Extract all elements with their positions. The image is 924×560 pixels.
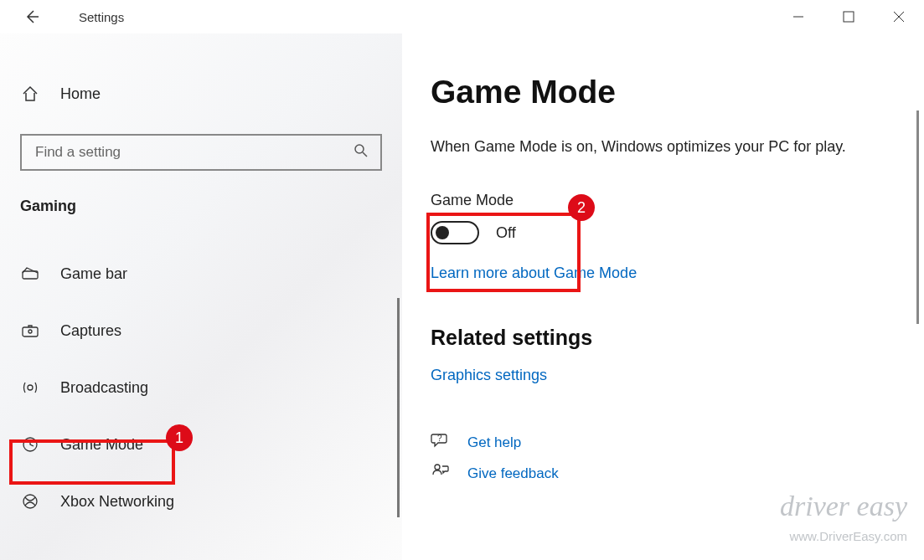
svg-point-1 <box>355 145 364 153</box>
sidebar-item-label: Game bar <box>60 265 127 283</box>
home-icon <box>20 84 40 104</box>
watermark: driver easy www.DriverEasy.com <box>780 494 907 545</box>
sidebar-item-label: Broadcasting <box>60 379 148 397</box>
sidebar-item-broadcasting[interactable]: Broadcasting <box>0 359 402 416</box>
title-bar: Settings <box>0 0 924 33</box>
svg-point-5 <box>28 385 33 390</box>
search-input[interactable] <box>34 143 354 162</box>
captures-icon <box>20 321 40 341</box>
setting-label: Game Mode <box>431 192 896 209</box>
sidebar-home-label: Home <box>60 85 101 103</box>
content-area: Game Mode When Game Mode is on, Windows … <box>402 33 924 560</box>
sidebar-category: Gaming <box>20 198 402 215</box>
sidebar-item-captures[interactable]: Captures <box>0 302 402 359</box>
maximize-button[interactable] <box>823 0 874 33</box>
annotation-badge-2: 2 <box>568 194 595 221</box>
annotation-box-1 <box>9 439 175 485</box>
svg-rect-0 <box>844 12 854 22</box>
maximize-icon <box>843 11 854 23</box>
sidebar-item-label: Captures <box>60 322 121 340</box>
watermark-url: www.DriverEasy.com <box>789 529 907 543</box>
game-bar-icon <box>20 264 40 284</box>
search-icon <box>354 143 369 162</box>
feedback-label: Give feedback <box>467 465 559 482</box>
minimize-icon <box>792 11 804 23</box>
annotation-box-2 <box>426 213 581 292</box>
arrow-left-icon <box>23 8 40 25</box>
graphics-settings-link[interactable]: Graphics settings <box>431 367 547 384</box>
search-box[interactable] <box>20 134 382 171</box>
sidebar-item-game-bar[interactable]: Game bar <box>0 245 402 302</box>
minimize-button[interactable] <box>773 0 823 33</box>
xbox-networking-icon <box>20 491 40 511</box>
give-feedback-link[interactable]: Give feedback <box>431 462 896 485</box>
window-title: Settings <box>79 10 124 24</box>
close-icon <box>893 11 905 23</box>
sidebar-home[interactable]: Home <box>0 74 402 114</box>
help-label: Get help <box>467 434 521 451</box>
svg-text:?: ? <box>437 434 442 443</box>
get-help-link[interactable]: ? Get help <box>431 431 896 454</box>
back-button[interactable] <box>22 7 42 27</box>
related-settings-heading: Related settings <box>431 326 896 350</box>
close-button[interactable] <box>874 0 924 33</box>
sidebar-item-label: Xbox Networking <box>60 493 174 511</box>
annotation-badge-1: 1 <box>166 424 193 451</box>
broadcasting-icon <box>20 378 40 398</box>
sidebar-scrollbar[interactable] <box>397 298 400 517</box>
svg-rect-3 <box>23 327 38 337</box>
svg-point-9 <box>435 465 440 470</box>
svg-point-4 <box>28 330 32 333</box>
feedback-icon <box>431 462 451 485</box>
content-scrollbar[interactable] <box>916 110 919 324</box>
help-icon: ? <box>431 431 451 454</box>
page-description: When Game Mode is on, Windows optimizes … <box>431 136 883 158</box>
page-title: Game Mode <box>431 74 896 110</box>
watermark-text: driver easy <box>780 491 907 521</box>
svg-point-7 <box>23 495 37 508</box>
